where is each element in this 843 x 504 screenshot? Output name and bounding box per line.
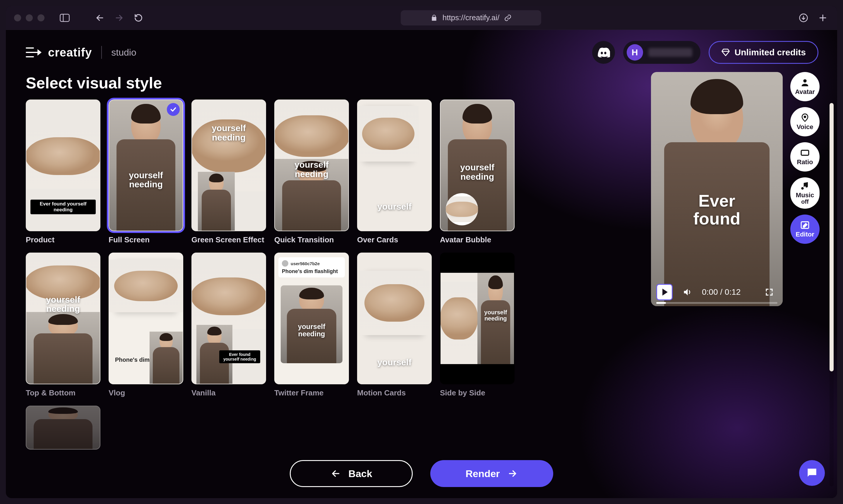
avatar-icon [800,77,810,88]
style-tile-vanilla[interactable]: Ever found yourself needingVanilla [192,253,266,397]
style-tile-quick[interactable]: yourself needingQuick Transition [274,100,349,245]
fullscreen-button[interactable] [761,284,777,300]
chat-fab[interactable] [799,460,825,486]
preview-rail: Avatar Voice Ratio Music off [790,72,820,497]
rail-ratio-button[interactable]: Ratio [790,142,820,172]
style-label: Vlog [109,389,183,397]
discord-icon [597,48,610,57]
style-label: Quick Transition [274,235,349,245]
url-bar[interactable]: https://creatify.ai/ [401,10,541,25]
video-time: 0:00 / 0:12 [702,287,740,297]
back-button[interactable]: Back [290,460,413,487]
style-label: Vanilla [192,389,266,397]
rail-avatar-button[interactable]: Avatar [790,72,820,101]
style-tile-twitter[interactable]: user560c7b2ePhone's dim flashlightyourse… [274,253,349,397]
lock-icon [430,14,438,22]
page-title: Select visual style [26,75,639,91]
share-link-icon[interactable] [504,14,512,22]
style-label: Twitter Frame [274,389,349,397]
credits-button[interactable]: Unlimited credits [709,41,819,64]
rail-music-button[interactable]: Music off [790,177,820,209]
style-tile-cutoff[interactable] [26,406,101,450]
rail-editor-button[interactable]: Editor [790,215,820,244]
new-tab-icon[interactable] [817,12,829,24]
style-grid: Ever found yourself needingProductyourse… [23,100,639,450]
brand-logo-icon [24,45,43,60]
style-label: Avatar Bubble [440,235,515,245]
svg-point-12 [803,79,806,83]
window-traffic-lights [14,14,52,21]
editor-icon [800,220,810,230]
style-label: Side by Side [440,389,515,397]
style-label: Over Cards [357,235,432,245]
user-email-blurred [648,48,692,57]
svg-point-13 [804,116,806,118]
video-progress[interactable] [656,302,777,304]
voice-icon [800,113,810,123]
style-label: Top & Bottom [26,389,101,397]
music-icon [800,181,810,191]
style-label: Motion Cards [357,389,432,397]
render-button[interactable]: Render [430,460,553,487]
svg-marker-11 [37,49,41,56]
downloads-icon[interactable] [797,12,810,24]
preview-player[interactable]: Everfound 0:00 / 0:12 [651,72,783,306]
style-tile-product[interactable]: Ever found yourself needingProduct [26,100,101,245]
selected-check-icon [167,103,180,116]
style-tile-motion-cards[interactable]: yourselfMotion Cards [357,253,432,397]
chat-icon [806,467,819,480]
style-tile-full-screen[interactable]: yourself needingFull Screen [109,100,183,245]
brand-name: creatify [48,46,92,59]
user-pill[interactable]: H [623,41,700,64]
style-tile-over-cards[interactable]: yourselfOver Cards [357,100,432,245]
preview-caption: Everfound [654,192,779,228]
brand: creatify studio [24,45,137,60]
user-avatar: H [627,44,643,60]
brand-sub: studio [111,47,136,58]
discord-button[interactable] [592,41,615,64]
arrow-left-icon [330,469,341,478]
style-tile-top-bottom[interactable]: yourself needingTop & Bottom [26,253,101,397]
style-label: Green Screen Effect [192,235,266,245]
style-tile-vlog[interactable]: Phone's dim flashlightVlog [109,253,183,397]
credits-label: Unlimited credits [735,48,806,57]
sidebar-toggle-icon[interactable] [58,12,71,24]
nav-back-icon[interactable] [94,12,106,24]
style-tile-avatar-bubble[interactable]: yourself needingAvatar Bubble [440,100,515,245]
gem-icon [721,48,730,57]
ratio-icon [800,148,810,158]
video-controls: 0:00 / 0:12 [656,284,777,300]
svg-rect-14 [801,150,809,156]
browser-titlebar: https://creatify.ai/ [6,6,837,30]
play-button[interactable] [656,284,672,300]
style-tile-side-by-side[interactable]: yourself needingSide by Side [440,253,515,397]
style-tile-green-screen[interactable]: yourself needingGreen Screen Effect [192,100,266,245]
style-label: Full Screen [109,235,183,245]
url-text: https://creatify.ai/ [443,13,500,22]
app-header: creatify studio H Unlimited credits [6,30,837,64]
style-label: Product [26,235,101,245]
rail-voice-button[interactable]: Voice [790,107,820,137]
scrollbar[interactable] [829,103,833,486]
reload-icon[interactable] [132,12,145,24]
svg-rect-0 [60,14,69,21]
volume-button[interactable] [679,284,696,300]
arrow-right-icon [507,469,518,478]
nav-forward-icon [113,12,125,24]
